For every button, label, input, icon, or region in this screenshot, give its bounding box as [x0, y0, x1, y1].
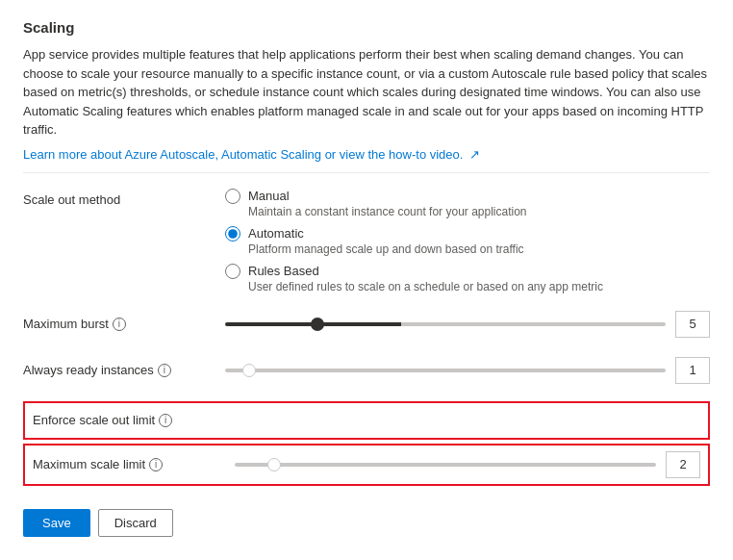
max-scale-limit-label: Maximum scale limit i: [33, 457, 225, 471]
radio-rules-desc: User defined rules to scale on a schedul…: [248, 280, 603, 293]
always-ready-slider-container: 1: [225, 357, 710, 384]
scale-out-label: Scale out method: [23, 189, 215, 207]
radio-manual[interactable]: [225, 189, 240, 204]
enforce-scale-info-icon[interactable]: i: [159, 414, 172, 427]
max-scale-limit-row: Maximum scale limit i 2: [23, 444, 710, 486]
radio-option-rules: Rules Based User defined rules to scale …: [225, 264, 603, 293]
maximum-burst-slider-container: 5: [225, 311, 710, 338]
radio-rules[interactable]: [225, 264, 240, 279]
divider: [23, 172, 710, 173]
max-scale-limit-info-icon[interactable]: i: [149, 458, 163, 471]
external-link-icon: ↗: [469, 145, 480, 165]
always-ready-info-icon[interactable]: i: [158, 364, 171, 377]
toggle-thumb: [258, 416, 273, 431]
max-scale-limit-slider-container: 2: [235, 451, 700, 478]
maximum-burst-label: Maximum burst i: [23, 317, 215, 331]
save-button[interactable]: Save: [23, 509, 90, 537]
radio-automatic-label: Automatic: [248, 226, 304, 241]
always-ready-value: 1: [675, 357, 710, 384]
radio-option-automatic: Automatic Platform managed scale up and …: [225, 226, 603, 256]
maximum-burst-row: Maximum burst i 5: [23, 309, 710, 340]
always-ready-slider[interactable]: [225, 369, 666, 372]
max-scale-limit-slider[interactable]: [235, 463, 656, 467]
radio-manual-label: Manual: [248, 189, 290, 203]
always-ready-label: Always ready instances i: [23, 363, 215, 377]
learn-more-link[interactable]: Learn more about Azure Autoscale, Automa…: [23, 147, 480, 162]
page-title: Scaling: [23, 19, 710, 36]
maximum-burst-info-icon[interactable]: i: [113, 318, 126, 331]
description-text: App service provides multiple features t…: [23, 45, 710, 140]
always-ready-row: Always ready instances i 1: [23, 355, 710, 386]
radio-rules-label: Rules Based: [248, 264, 319, 278]
radio-option-manual: Manual Maintain a constant instance coun…: [225, 189, 603, 218]
radio-automatic-desc: Platform managed scale up and down based…: [248, 242, 603, 256]
maximum-burst-value: 5: [675, 311, 710, 338]
maximum-burst-slider[interactable]: [225, 322, 666, 326]
buttons-row: Save Discard: [23, 509, 710, 537]
radio-automatic[interactable]: [225, 226, 240, 242]
max-scale-limit-value: 2: [666, 451, 700, 478]
scale-out-method-row: Scale out method Manual Maintain a const…: [23, 189, 710, 293]
discard-button[interactable]: Discard: [98, 509, 173, 537]
enforce-scale-label: Enforce scale out limit i: [33, 413, 225, 427]
scale-out-radio-group: Manual Maintain a constant instance coun…: [225, 189, 603, 293]
radio-manual-desc: Maintain a constant instance count for y…: [248, 205, 603, 218]
enforce-scale-row: Enforce scale out limit i: [23, 401, 710, 440]
